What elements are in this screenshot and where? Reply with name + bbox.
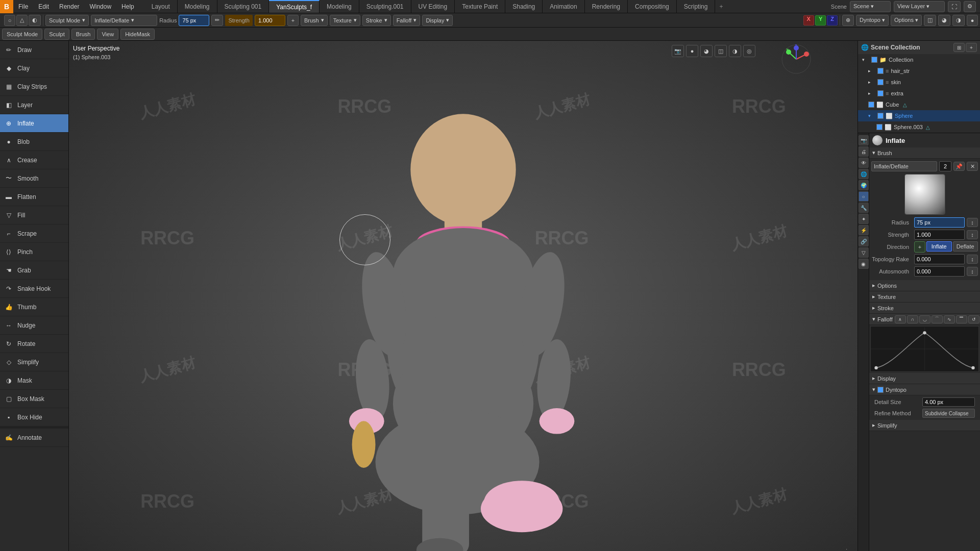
- modifier-props-icon[interactable]: 🔧: [859, 203, 869, 213]
- skin-checkbox[interactable]: [877, 79, 884, 85]
- falloff-icon1[interactable]: ∧: [895, 315, 906, 323]
- strength-add-btn[interactable]: +: [287, 15, 299, 26]
- viewport-wire-btn[interactable]: ◫: [715, 45, 727, 57]
- cube-checkbox[interactable]: [868, 102, 874, 108]
- tool-simplify[interactable]: ◇ Simplify: [0, 353, 68, 371]
- sculpt-mode-btn[interactable]: Sculpt Mode: [2, 29, 42, 40]
- dyntopo-section-header[interactable]: ▾ Dyntopo: [869, 384, 980, 395]
- data-icon[interactable]: ▽: [859, 247, 869, 258]
- tool-box-hide[interactable]: ▪ Box Hide: [0, 408, 68, 427]
- viewport-camera-btn[interactable]: 📷: [672, 45, 684, 57]
- tab-sculpting-dot001[interactable]: Sculpting.001: [359, 0, 411, 13]
- material-btn[interactable]: ◑: [952, 15, 965, 26]
- settings-btn[interactable]: ⚙: [964, 1, 976, 12]
- menu-edit[interactable]: Edit: [33, 0, 54, 13]
- radius-toggle-btn[interactable]: ↕: [967, 218, 978, 227]
- viewport[interactable]: 人人素材 RRCG 人人素材 RRCG RRCG 人人素材 RRCG 人人素材 …: [69, 41, 857, 551]
- scene-item-hair[interactable]: ▸ ≡ hair_str: [858, 65, 980, 77]
- options-dropdown[interactable]: Options ▾: [891, 15, 922, 26]
- tool-thumb[interactable]: 👍 Thumb: [0, 298, 68, 316]
- tab-animation[interactable]: Animation: [543, 0, 584, 13]
- refine-method-value[interactable]: Subdivide Collapse: [922, 409, 975, 418]
- axis-y-btn[interactable]: Y: [815, 15, 826, 26]
- stroke-header[interactable]: ▸ Stroke: [869, 303, 980, 314]
- axis-x-btn[interactable]: X: [803, 15, 814, 26]
- falloff-icon4[interactable]: ⌒: [932, 315, 943, 323]
- brush-btn[interactable]: Brush: [71, 29, 95, 40]
- simplify-section-header[interactable]: ▸ Simplify: [869, 420, 980, 431]
- sculpt-btn[interactable]: Sculpt: [44, 29, 69, 40]
- texture-header[interactable]: ▸ Texture: [869, 291, 980, 303]
- tool-fill[interactable]: ▽ Fill: [0, 206, 68, 224]
- particles-icon[interactable]: ✦: [859, 214, 869, 224]
- scene-collection-item[interactable]: ▾ 📁 Collection: [858, 54, 980, 65]
- tool-crease[interactable]: ∧ Crease: [0, 151, 68, 169]
- tab-yansculpts[interactable]: YanSculpts_f: [269, 0, 320, 13]
- tool-blob[interactable]: ● Blob: [0, 133, 68, 151]
- tab-scripting[interactable]: Scripting: [677, 0, 716, 13]
- output-props-icon[interactable]: 🖨: [859, 146, 869, 157]
- topology-rake-value[interactable]: 0.000: [914, 254, 965, 264]
- autosmooth-value[interactable]: 0.000: [914, 266, 965, 277]
- strength-prop-value[interactable]: 1.000: [914, 230, 965, 240]
- viewport-shading-btn[interactable]: ●: [686, 45, 698, 57]
- constraints-icon[interactable]: 🔗: [859, 236, 869, 246]
- axis-z-btn[interactable]: Z: [827, 15, 838, 26]
- fullscreen-btn[interactable]: ⛶: [948, 1, 961, 12]
- falloff-icon6[interactable]: ▔: [956, 315, 967, 323]
- object-props-icon[interactable]: ○: [859, 191, 869, 202]
- texture-dropdown[interactable]: Texture ▾: [330, 15, 360, 26]
- tab-texture-paint[interactable]: Texture Paint: [455, 0, 505, 13]
- tool-layer[interactable]: ◧ Layer: [0, 96, 68, 114]
- add-workspace-button[interactable]: +: [715, 3, 727, 10]
- render-props-icon[interactable]: 📷: [859, 135, 869, 145]
- tool-rotate[interactable]: ↻ Rotate: [0, 335, 68, 353]
- tab-modeling[interactable]: Modeling: [178, 0, 217, 13]
- scene-item-skin[interactable]: ▸ ≡ skin: [858, 77, 980, 88]
- direction-add-btn[interactable]: +: [914, 241, 925, 253]
- viewport-material-btn[interactable]: ◑: [729, 45, 741, 57]
- sculpt-icon[interactable]: ◐: [29, 15, 41, 26]
- falloff-icon3[interactable]: ◡: [919, 315, 930, 323]
- brush-name-dropdown[interactable]: Inflate/Deflate ▾: [91, 15, 157, 26]
- display-section-header[interactable]: ▸ Display: [869, 373, 980, 384]
- tool-annotate[interactable]: ✍ Annotate: [0, 429, 68, 447]
- topology-rake-toggle[interactable]: ↕: [967, 255, 978, 264]
- autosmooth-toggle[interactable]: ↕: [967, 267, 978, 276]
- tool-box-mask[interactable]: ▢ Box Mask: [0, 390, 68, 408]
- tab-sculpting001[interactable]: Sculpting 001: [217, 0, 270, 13]
- hide-mask-btn[interactable]: HideMask: [120, 29, 155, 40]
- tool-nudge[interactable]: ↔ Nudge: [0, 316, 68, 335]
- scene-item-extra[interactable]: ▸ ≡ extra: [858, 88, 980, 99]
- radius-prop-value[interactable]: 75 px: [914, 217, 965, 228]
- scene-item-sphere[interactable]: ▾ ⬜ Sphere: [858, 110, 980, 121]
- tool-grab[interactable]: ☚ Grab: [0, 261, 68, 280]
- material-props-icon[interactable]: ◉: [859, 259, 869, 269]
- menu-render[interactable]: Render: [54, 0, 84, 13]
- dyntopo-dropdown[interactable]: Dyntopo ▾: [856, 15, 889, 26]
- strength-input[interactable]: 1.000: [255, 15, 285, 26]
- falloff-icon5[interactable]: ∿: [944, 315, 955, 323]
- tab-layout[interactable]: Layout: [144, 0, 178, 13]
- tab-modeling2[interactable]: Modeling: [320, 0, 359, 13]
- tool-snake-hook[interactable]: ↷ Snake Hook: [0, 280, 68, 298]
- scene-item-sphere003[interactable]: ⬜ Sphere.003 △: [858, 121, 980, 133]
- new-collection-btn[interactable]: +: [966, 43, 977, 52]
- options-header[interactable]: ▸ Options: [869, 280, 980, 291]
- brush-name-field[interactable]: Inflate/Deflate: [871, 161, 937, 171]
- tool-clay[interactable]: ◆ Clay: [0, 59, 68, 78]
- viewport-solid-btn[interactable]: ◕: [700, 45, 713, 57]
- inflate-direction-btn[interactable]: Inflate: [926, 241, 952, 252]
- brush-dropdown[interactable]: Brush ▾: [301, 15, 328, 26]
- physics-icon[interactable]: ⚡: [859, 225, 869, 235]
- wireframe-btn[interactable]: ◫: [924, 15, 936, 26]
- tool-clay-strips[interactable]: ▦ Clay Strips: [0, 78, 68, 96]
- view-btn[interactable]: View: [97, 29, 118, 40]
- radius-input[interactable]: 75 px: [179, 15, 209, 26]
- menu-window[interactable]: Window: [84, 0, 116, 13]
- menu-help[interactable]: Help: [116, 0, 139, 13]
- scene-props-icon[interactable]: 🌐: [859, 169, 869, 179]
- tab-rendering[interactable]: Rendering: [585, 0, 628, 13]
- tool-mask[interactable]: ◑ Mask: [0, 371, 68, 390]
- brush-pin-btn[interactable]: 📌: [953, 162, 965, 171]
